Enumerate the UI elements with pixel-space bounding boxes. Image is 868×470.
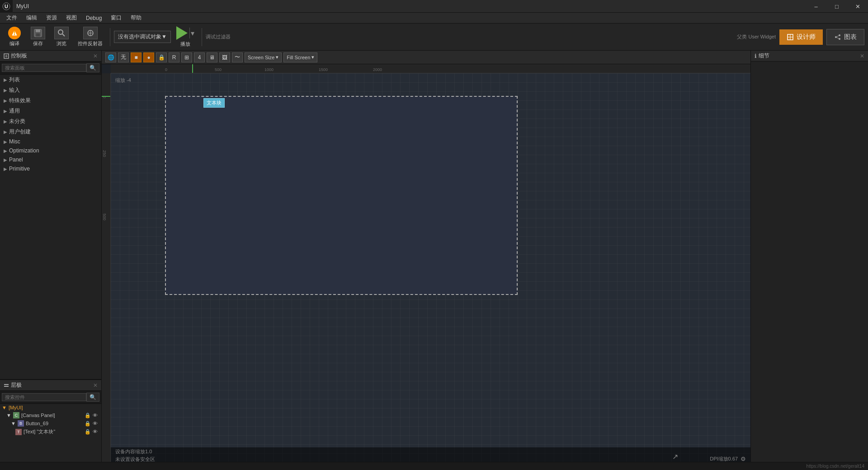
svg-point-16: [835, 36, 837, 38]
detail-panel-close[interactable]: ✕: [860, 53, 864, 59]
layer-button-69[interactable]: ▼ B Button_69 🔒 👁: [0, 419, 101, 427]
toolbar-separator-2: [202, 28, 202, 46]
control-panel-search-button[interactable]: 🔍: [86, 63, 99, 72]
canvas-content[interactable]: 缩放 -4 文本块 设备内容缩放1.0 未设置设备安全区 1280 x 720 …: [111, 73, 750, 470]
canvas-frame: [165, 96, 518, 295]
play-dropdown-arrow[interactable]: ▾: [191, 29, 194, 38]
control-panel-close[interactable]: ✕: [93, 53, 98, 59]
zoom-label: 缩放 -4: [115, 77, 131, 84]
canvas-eye-icon[interactable]: 👁: [93, 413, 98, 418]
item-list[interactable]: ▶列表: [0, 75, 101, 85]
svg-rect-25: [4, 386, 9, 387]
svg-text:U: U: [5, 4, 8, 9]
svg-line-20: [837, 38, 839, 38]
item-optimization[interactable]: ▶Optimization: [0, 146, 101, 155]
debug-filter-label: 调试过滤器: [206, 33, 231, 40]
button-lock-icon: 🔒: [85, 421, 91, 427]
svg-point-8: [58, 30, 63, 34]
menu-file[interactable]: 文件: [2, 13, 22, 23]
item-primitive[interactable]: ▶Primitive: [0, 164, 101, 173]
layers-search-button[interactable]: 🔍: [86, 393, 99, 402]
svg-point-17: [839, 34, 840, 36]
menu-debug[interactable]: Debug: [81, 14, 106, 22]
toolbar-separator-1: [110, 28, 110, 46]
designer-button[interactable]: 设计师: [779, 29, 823, 45]
orange-circle-button[interactable]: ●: [143, 52, 154, 62]
control-panel-header: 控制板 ✕: [0, 51, 101, 62]
graph-button[interactable]: 图表: [826, 29, 864, 45]
menu-asset[interactable]: 资源: [42, 13, 61, 23]
layer-myui[interactable]: ▼ [MyUI]: [0, 404, 101, 411]
close-button[interactable]: ✕: [847, 0, 868, 13]
layers-search-input[interactable]: [2, 393, 86, 401]
left-panel: 控制板 ✕ 🔍 ▶列表 ▶输入 ▶特殊效果 ▶通用 ▶未分类 ▶用户创建 ▶Mi…: [0, 51, 102, 470]
control-panel-search: 🔍: [0, 62, 101, 75]
play-icon: [176, 26, 188, 40]
svg-point-4: [14, 34, 15, 35]
item-uncategorized[interactable]: ▶未分类: [0, 116, 101, 127]
play-button[interactable]: ▾ 播放: [173, 24, 198, 49]
item-effects[interactable]: ▶特殊效果: [0, 95, 101, 106]
fill-screen-dropdown[interactable]: Fill Screen ▾: [283, 52, 317, 62]
orange-square-button[interactable]: ■: [131, 52, 142, 62]
debug-dropdown-area: 没有选中调试对象▼: [114, 31, 171, 43]
four-button[interactable]: 4: [194, 52, 205, 62]
image-button[interactable]: 🖼: [219, 52, 230, 62]
button-eye-icon[interactable]: 👁: [93, 421, 98, 427]
compile-button[interactable]: 编译: [4, 25, 25, 49]
control-panel-search-input[interactable]: [2, 64, 86, 72]
control-rig-button[interactable]: 控件反射器: [74, 25, 106, 49]
maximize-button[interactable]: □: [826, 0, 847, 13]
menu-view[interactable]: 视图: [61, 13, 81, 23]
grid-button[interactable]: ⊞: [181, 52, 192, 62]
center-area: 🌐 无 ■ ● 🔒 R ⊞ 4 🖥 🖼 〜 Screen Size ▾ Fill…: [102, 51, 750, 470]
dpi-settings-button[interactable]: ⚙: [741, 456, 746, 462]
item-panel[interactable]: ▶Panel: [0, 155, 101, 164]
control-panel-items: ▶列表 ▶输入 ▶特殊效果 ▶通用 ▶未分类 ▶用户创建 ▶Misc ▶Opti…: [0, 75, 101, 173]
lock-r-button[interactable]: 🔒: [156, 52, 167, 62]
svg-point-18: [839, 38, 840, 40]
menu-edit[interactable]: 编辑: [22, 13, 42, 23]
control-panel-title: 控制板: [4, 52, 27, 60]
monitor-button[interactable]: 🖥: [207, 52, 217, 62]
layers-panel: 层极 ✕ 🔍 ▼ [MyUI] ▼ C [Canvas Panel] 🔒 👁: [0, 380, 101, 470]
layers-panel-close[interactable]: ✕: [93, 382, 98, 389]
menu-help[interactable]: 帮助: [126, 13, 146, 23]
svg-line-19: [837, 36, 839, 37]
menu-bar: 文件 编辑 资源 视图 Debug 窗口 帮助: [0, 13, 868, 24]
wave-button[interactable]: 〜: [232, 52, 243, 62]
menu-window[interactable]: 窗口: [106, 13, 126, 23]
window-title: MyUI: [16, 3, 29, 9]
r-button[interactable]: R: [169, 52, 179, 62]
debug-object-dropdown[interactable]: 没有选中调试对象▼: [114, 31, 171, 43]
canvas-area[interactable]: 0 500 1000 1500 2000 0 250 500 缩放 -4: [102, 64, 750, 470]
text-eye-icon[interactable]: 👁: [93, 429, 98, 435]
save-button[interactable]: 保存: [27, 25, 49, 49]
item-common[interactable]: ▶通用: [0, 106, 101, 116]
layers-panel-title: 层极: [4, 381, 22, 389]
item-input[interactable]: ▶输入: [0, 85, 101, 95]
canvas-ruler-left: 0 250 500: [102, 73, 111, 470]
layers-panel-header: 层极 ✕: [0, 380, 101, 391]
detail-panel-header: ℹ 细节 ✕: [751, 51, 868, 62]
minimize-button[interactable]: –: [806, 0, 826, 13]
layer-text-block[interactable]: T [Text] "文本块" 🔒 👁: [0, 427, 101, 436]
browse-button[interactable]: 浏览: [51, 25, 72, 49]
svg-rect-7: [36, 33, 40, 37]
text-lock-icon: 🔒: [85, 429, 91, 435]
text-widget[interactable]: 文本块: [203, 98, 225, 108]
layer-canvas-panel[interactable]: ▼ C [Canvas Panel] 🔒 👁: [0, 411, 101, 419]
no-button[interactable]: 无: [118, 52, 129, 62]
canvas-lock-icon: 🔒: [85, 413, 91, 418]
toolbar: 编译 保存 浏览 控件反射器: [0, 24, 868, 51]
user-widget-label: 父类 User Widget: [737, 33, 776, 40]
item-misc[interactable]: ▶Misc: [0, 137, 101, 146]
resize-handle[interactable]: ↗: [672, 452, 678, 461]
item-user-created[interactable]: ▶用户创建: [0, 127, 101, 137]
canvas-ruler-top: 0 500 1000 1500 2000: [111, 64, 750, 73]
globe-button[interactable]: 🌐: [105, 52, 116, 62]
control-panel: 控制板 ✕ 🔍 ▶列表 ▶输入 ▶特殊效果 ▶通用 ▶未分类 ▶用户创建 ▶Mi…: [0, 51, 101, 380]
screen-size-dropdown[interactable]: Screen Size ▾: [245, 52, 282, 62]
canvas-toolbar: 🌐 无 ■ ● 🔒 R ⊞ 4 🖥 🖼 〜 Screen Size ▾ Fill…: [102, 51, 750, 64]
right-panel: ℹ 细节 ✕: [750, 51, 868, 470]
